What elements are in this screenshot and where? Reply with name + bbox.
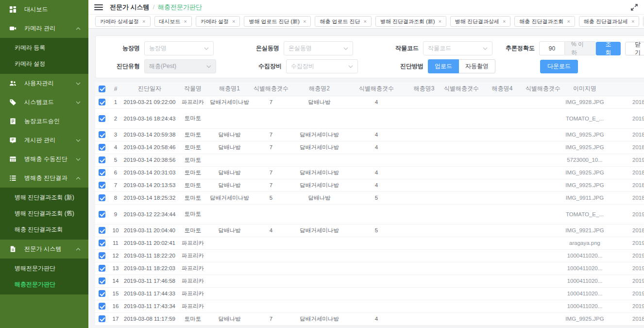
chevron-up-icon [76,27,81,30]
sidebar-item-dashboard[interactable]: 대시보드 [0,0,88,19]
tab-close-icon[interactable]: × [567,18,570,24]
table-row[interactable]: 82019-03-14 18:25:32토마토담배거세미나방5담배나방5IMG_… [95,191,644,204]
cell-cnt1: 7 [250,179,292,191]
method-upload-button[interactable]: 업로드 [428,59,459,73]
table-row[interactable]: 72019-03-14 20:13:53토마토담배나방7담배거세미나방4IMG_… [95,179,644,191]
row-checkbox[interactable] [99,144,105,151]
accuracy-input[interactable] [539,41,564,55]
greenhouse-select[interactable]: 온실동명 [284,41,353,55]
fullscreen-icon[interactable] [630,3,638,11]
row-checkbox[interactable] [99,227,105,234]
diag-type-select[interactable]: 해충(Pest) [144,59,216,73]
tab-label: 카메라 상세설정 [100,18,139,25]
method-auto-button[interactable]: 자동촬영 [459,59,495,73]
row-checkbox[interactable] [99,169,105,176]
tab-disease-diagnosis-detail[interactable]: 병해 진단결과상세× [450,16,511,27]
tab-disease-upload-diagnosis-new[interactable]: 병해 업로드 진단 (新)× [244,16,311,27]
filter-row-2: 진단유형 해충(Pest) 수집장비 수집장비 진단방법 업로드 자동촬영 다운… [115,59,644,73]
download-button[interactable]: 다운로드 [540,60,578,73]
tab-pest-diagnosis-result[interactable]: 해충 진단결과조회× [514,16,575,27]
device-select[interactable]: 수집장비 [286,59,358,73]
sidebar-item-pest-result[interactable]: 해충 진단결과조회 [0,222,88,238]
table-row[interactable]: 12019-03-21 09:22:00파프리카담배거세미나방7담배나방4IMG… [95,96,644,108]
tab-close-icon[interactable]: × [438,18,441,24]
table-row[interactable]: 62019-03-14 20:31:03토마토담배나방7담배거세미나방4IMG_… [95,166,644,179]
row-checkbox[interactable] [99,252,105,259]
row-checkbox[interactable] [99,265,105,272]
tab-close-icon[interactable]: × [631,18,634,24]
tab-label: 해충 진단결과조회 [519,18,563,25]
breadcrumb-separator: / [153,4,154,11]
tab-disease-diagnosis-result-new[interactable]: 병해 진단결과조회 (新)× [375,16,446,27]
sidebar-item-pest-manual-diagnosis[interactable]: 병해충 수동진단 [0,150,88,169]
tab-close-icon[interactable]: × [184,18,187,24]
row-checkbox[interactable] [99,131,105,138]
column-header-2: 작물명 [177,82,209,96]
sidebar-item-camera-management[interactable]: 카메라 관리 [0,19,88,38]
search-button[interactable]: 조회 [596,42,621,55]
table-row[interactable]: 102019-03-11 20:04:40토마토담배나방4담배거세미나방5IMG… [95,224,644,237]
sidebar-item-camera-register[interactable]: 카메라 등록 [0,40,88,56]
farm-select[interactable]: 농장명 [144,41,214,55]
row-checkbox[interactable] [99,194,105,201]
tab-camera-detail-settings[interactable]: 카메라 상세설정× [95,16,151,27]
row-checkbox[interactable] [99,182,105,189]
sidebar-item-board-management[interactable]: 게시판 관리 [0,131,88,150]
row-checkbox[interactable] [99,290,105,297]
sidebar-item-farm-code-approval[interactable]: 농장코드승인 [0,112,88,131]
crop-code-select[interactable]: 작물코드 [423,41,492,55]
sidebar-item-disease-result-old[interactable]: 병해 진단결과조회 (舊) [0,206,88,222]
select-all-checkbox[interactable] [99,86,105,92]
cell-pest1: 담배나방 [209,312,250,325]
table-row[interactable]: 132019-03-11 18:22:03파프리카1000411020...20… [95,262,644,275]
hamburger-icon[interactable] [94,4,103,10]
sidebar-item-user-management[interactable]: 사용자관리 [0,74,88,93]
sidebar-item-disease-expert-judgment[interactable]: 병해전문가판단 [0,260,88,276]
row-checkbox[interactable] [99,303,105,310]
row-checkbox[interactable] [99,240,105,246]
cell-pest1: 담배나방 [209,179,250,191]
tab-close-icon[interactable]: × [303,18,306,24]
tab-pest-diagnosis-detail[interactable]: 해충 진단결과상세× [579,16,640,27]
row-checkbox[interactable] [99,315,105,322]
tab-close-icon[interactable]: × [232,18,235,24]
row-checkbox[interactable] [99,277,105,284]
tab-pest-upload-diagnosis[interactable]: 해충 업로드 진단× [315,16,372,27]
sidebar-item-camera-settings[interactable]: 카메라 설정 [0,56,88,72]
tab-close-icon[interactable]: × [142,18,145,24]
table-row[interactable]: 162019-03-11 17:43:34파프리카1000411020...20… [95,300,644,312]
cell-pest1 [209,275,250,287]
tab-dashboard[interactable]: 대시보드× [154,16,192,27]
table-row[interactable]: 142019-03-11 17:46:58파프리카1000411020...20… [95,275,644,287]
row-checkbox[interactable] [99,99,105,105]
table-row[interactable]: 172019-03-08 11:17:59토마토담배나방7담배거세미나방4IMG… [95,312,644,325]
cell-cnt3 [442,204,481,224]
table-row[interactable]: 152019-03-11 17:44:33파프리카1000411020...20… [95,287,644,300]
table-row[interactable]: 52019-03-14 20:38:56토마토5723000_10...2019 [95,154,644,166]
table-row[interactable]: 112019-03-11 20:02:41파프리카aragaya.png2019 [95,237,644,249]
table-row[interactable]: 32019-03-14 20:59:38토마토담배나방7담배거세미나방4IMG_… [95,128,644,141]
cell-cnt4 [524,166,562,179]
sidebar-item-disease-result-new[interactable]: 병해 진단결과조회 (新) [0,190,88,206]
table-row[interactable]: 22019-03-16 18:24:43토마토TOMATO_E_...2019 [95,108,644,128]
close-button[interactable]: 닫기 [625,42,644,55]
tab-close-icon[interactable]: × [503,18,506,24]
sidebar-item-pest-expert-judgment[interactable]: 해충전문가판단 [0,276,88,293]
cell-crop: 파프리카 [177,262,209,275]
diag-type-value: 해충(Pest) [149,62,206,70]
row-checkbox[interactable] [99,115,105,122]
row-checkbox[interactable] [99,156,105,163]
row-checkbox[interactable] [99,211,105,218]
table-row[interactable]: 42019-03-14 20:58:46토마토담배나방7담배거세미나방4IMG_… [95,141,644,154]
sidebar-item-pest-diagnosis-results[interactable]: 병해충 진단결과 [0,169,88,188]
sidebar-item-expert-system[interactable]: 전문가 시스템 [0,240,88,259]
cell-cnt1: 7 [250,312,292,325]
cell-cnt1: 7 [250,96,292,108]
cell-pest2 [292,237,347,249]
sidebar-item-system-code[interactable]: 시스템코드 [0,93,88,112]
table-row[interactable]: 92019-03-12 22:34:44토마토TOMATO_E_...2019 [95,204,644,224]
tab-close-icon[interactable]: × [364,18,367,24]
table-row[interactable]: 122019-03-11 18:22:20파프리카1000411020...20… [95,249,644,262]
tab-camera-settings[interactable]: 카메라 설정× [196,16,240,27]
cell-reg: 2018 [607,191,644,204]
